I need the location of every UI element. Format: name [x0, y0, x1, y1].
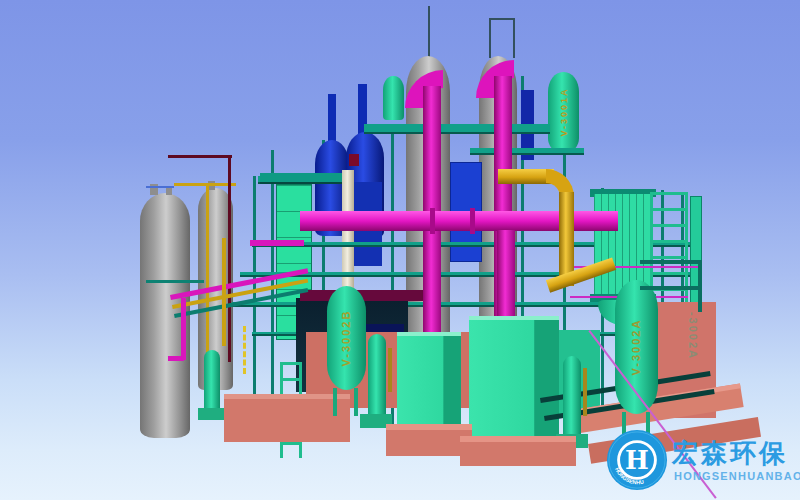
vessel-neck — [328, 94, 336, 144]
floating-tag-label: -3002A — [687, 312, 699, 360]
pipe-flange — [430, 208, 435, 234]
yellow-chain — [243, 326, 246, 374]
teal-pipe-extension — [640, 286, 698, 290]
maroon-pipe-horizontal — [168, 155, 232, 158]
pump-column-left — [204, 350, 220, 412]
magenta-down-pipe — [181, 298, 186, 360]
vessel-leg — [333, 388, 337, 416]
vessel-v3002b-label: V-3002B — [341, 310, 353, 367]
green-tank-box-a — [397, 332, 461, 434]
vent-line — [428, 6, 430, 58]
company-logo: H HONGSENHUANBAO — [606, 429, 668, 491]
vessel-v3001a: V-3001A — [548, 72, 579, 152]
platform-upper — [364, 124, 550, 134]
vessel-v3002b: V-3002B — [327, 286, 366, 390]
pipe-flange — [470, 208, 475, 234]
yellow-pipe-vertical — [206, 184, 209, 366]
magenta-pipe-foot — [168, 356, 184, 361]
plinth-b — [460, 436, 576, 466]
vessel-v3001a-label: V-3001A — [559, 87, 569, 136]
pump-column-right — [563, 356, 581, 438]
vessel-leg — [354, 388, 358, 416]
brass-piping — [388, 348, 392, 392]
brass-piping — [583, 368, 587, 416]
teal-pipe-small — [146, 280, 204, 283]
plant-3d-render: V-3001A — [0, 0, 800, 500]
foundation-left — [224, 394, 350, 442]
purple-duct — [300, 290, 436, 301]
blue-tubing — [146, 186, 174, 188]
company-name-en: HONGSENHUANBAO — [674, 470, 800, 482]
valve-dark-red — [349, 154, 359, 166]
teal-pipe-riser — [698, 260, 702, 312]
green-drum-top — [383, 76, 404, 120]
pump-column-center — [368, 334, 386, 418]
teal-pipe-extension — [640, 260, 700, 264]
platform-mid — [470, 148, 584, 155]
maroon-pipe-vertical — [228, 156, 231, 362]
green-tank-box-b — [469, 316, 559, 442]
company-name-cn: 宏森环保 — [672, 436, 788, 471]
vessel-v3002a-label: V-3002A — [631, 319, 643, 376]
yellow-pipe-tank-top — [174, 183, 236, 186]
logo-monogram: H — [625, 445, 649, 475]
pump-base — [198, 408, 226, 420]
vent-loop — [489, 18, 515, 58]
magenta-branch-pipe — [250, 240, 304, 246]
plate-bank-cap — [260, 173, 352, 184]
yellow-riser-left — [222, 238, 226, 346]
